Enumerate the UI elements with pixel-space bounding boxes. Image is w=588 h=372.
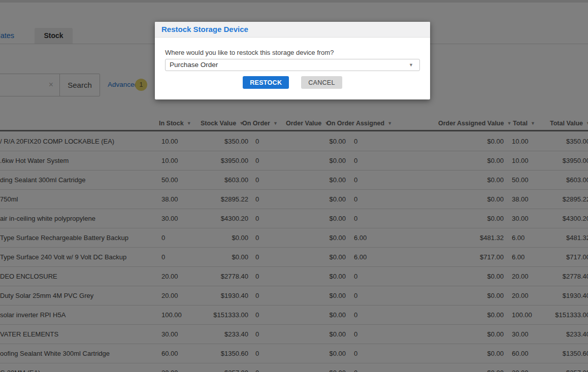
restock-source-select[interactable]: Purchase Order ▼ [165, 59, 420, 71]
selected-option-label: Purchase Order [166, 59, 419, 71]
restock-button[interactable]: RESTOCK [243, 76, 289, 89]
dialog-button-row: RESTOCK CANCEL [155, 76, 430, 89]
cancel-button[interactable]: CANCEL [301, 76, 342, 89]
dialog-question-label: Where would you like to restock this sto… [165, 49, 420, 56]
dialog-title: Restock Storage Device [155, 22, 430, 38]
restock-storage-device-dialog: Restock Storage Device Where would you l… [155, 22, 430, 99]
chevron-down-icon: ▼ [409, 59, 413, 71]
